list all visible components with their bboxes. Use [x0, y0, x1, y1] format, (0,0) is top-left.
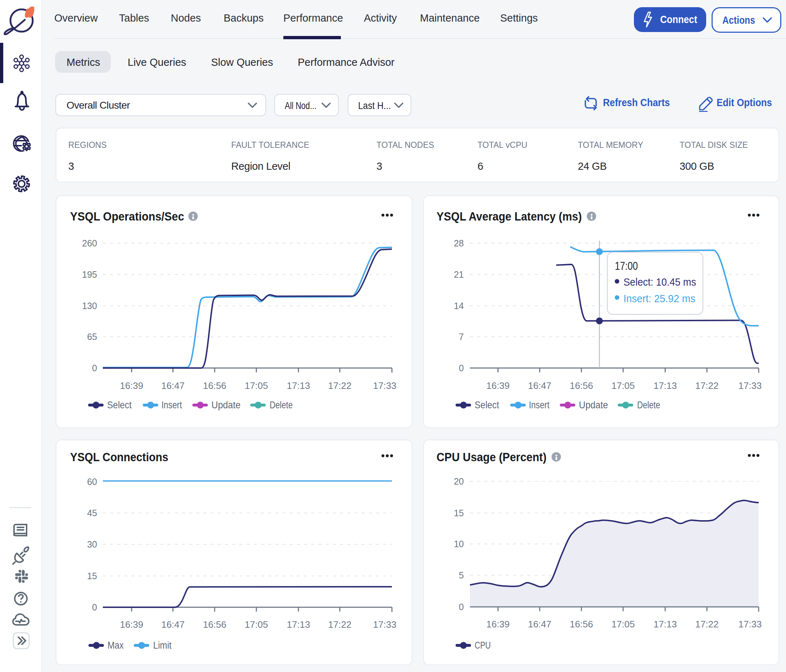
- svg-text:17:13: 17:13: [286, 619, 310, 630]
- svg-text:16:39: 16:39: [486, 380, 509, 391]
- svg-text:260: 260: [82, 238, 97, 248]
- svg-text:CPU Usage (Percent): CPU Usage (Percent): [437, 450, 547, 464]
- svg-text:Delete: Delete: [270, 400, 293, 411]
- svg-text:20: 20: [454, 476, 464, 486]
- svg-text:17:22: 17:22: [328, 380, 351, 391]
- svg-text:Last H...: Last H...: [358, 100, 391, 111]
- svg-text:16:47: 16:47: [528, 619, 551, 630]
- svg-text:15: 15: [454, 508, 464, 518]
- svg-text:17:13: 17:13: [286, 380, 310, 391]
- svg-text:17:22: 17:22: [695, 380, 718, 391]
- svg-text:Insert: Insert: [162, 400, 182, 411]
- svg-text:10: 10: [454, 539, 464, 549]
- svg-text:Insert: 25.92 ms: Insert: 25.92 ms: [624, 293, 695, 304]
- svg-text:All Nod...: All Nod...: [285, 100, 316, 111]
- svg-text:17:22: 17:22: [695, 619, 718, 630]
- svg-text:Connect: Connect: [660, 14, 697, 25]
- svg-text:0: 0: [459, 363, 464, 373]
- svg-text:Insert: Insert: [529, 400, 549, 411]
- svg-text:16:56: 16:56: [569, 380, 593, 391]
- svg-text:21: 21: [454, 269, 464, 280]
- svg-text:YSQL Operations/Sec: YSQL Operations/Sec: [70, 210, 184, 223]
- svg-text:0: 0: [92, 602, 97, 612]
- svg-text:CPU: CPU: [475, 640, 491, 651]
- svg-text:28: 28: [454, 238, 464, 248]
- svg-text:17:22: 17:22: [328, 619, 351, 630]
- svg-text:YSQL Connections: YSQL Connections: [70, 450, 168, 464]
- svg-text:45: 45: [87, 508, 97, 518]
- svg-text:15: 15: [87, 571, 97, 581]
- svg-text:60: 60: [87, 477, 97, 487]
- svg-text:16:47: 16:47: [161, 619, 184, 630]
- svg-text:Max: Max: [107, 640, 124, 651]
- svg-text:Select: Select: [107, 400, 132, 411]
- svg-text:30: 30: [87, 539, 97, 549]
- svg-text:65: 65: [87, 332, 97, 342]
- svg-text:7: 7: [459, 332, 464, 342]
- svg-text:Select: 10.45 ms: Select: 10.45 ms: [624, 276, 696, 288]
- svg-text:0: 0: [92, 363, 97, 373]
- svg-text:16:56: 16:56: [569, 619, 593, 630]
- svg-text:17:00: 17:00: [615, 260, 638, 272]
- svg-text:17:33: 17:33: [373, 380, 396, 391]
- svg-text:Update: Update: [579, 400, 608, 411]
- svg-text:195: 195: [82, 269, 97, 280]
- svg-text:17:13: 17:13: [653, 380, 677, 391]
- svg-text:16:56: 16:56: [203, 380, 226, 391]
- svg-text:Refresh Charts: Refresh Charts: [603, 97, 670, 108]
- svg-text:17:05: 17:05: [245, 619, 268, 630]
- svg-text:16:56: 16:56: [203, 619, 226, 630]
- svg-text:17:13: 17:13: [653, 619, 677, 630]
- svg-text:130: 130: [82, 301, 97, 311]
- svg-text:Actions: Actions: [722, 14, 755, 26]
- svg-text:14: 14: [454, 301, 464, 311]
- svg-text:17:33: 17:33: [373, 619, 396, 630]
- svg-text:16:39: 16:39: [486, 619, 509, 630]
- svg-text:0: 0: [459, 602, 464, 612]
- svg-text:16:39: 16:39: [120, 380, 143, 391]
- svg-text:Select: Select: [475, 400, 499, 411]
- svg-text:17:05: 17:05: [611, 619, 635, 630]
- svg-text:Update: Update: [211, 400, 241, 411]
- svg-text:16:39: 16:39: [120, 619, 143, 630]
- svg-text:YSQL Average Latency (ms): YSQL Average Latency (ms): [437, 210, 582, 223]
- svg-text:17:33: 17:33: [738, 380, 762, 391]
- svg-text:17:05: 17:05: [245, 380, 268, 391]
- svg-text:Delete: Delete: [637, 400, 660, 411]
- svg-text:16:47: 16:47: [161, 380, 184, 391]
- svg-text:17:05: 17:05: [611, 380, 635, 391]
- svg-text:17:33: 17:33: [738, 619, 762, 630]
- svg-text:5: 5: [459, 570, 464, 580]
- svg-text:Edit Options: Edit Options: [717, 97, 772, 108]
- svg-text:16:47: 16:47: [528, 380, 551, 391]
- svg-text:Limit: Limit: [153, 640, 171, 651]
